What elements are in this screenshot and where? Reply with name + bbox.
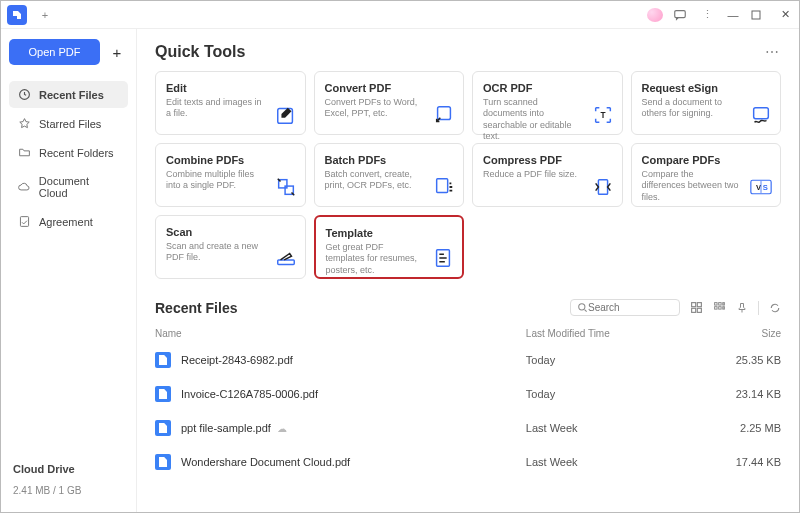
file-name: Receipt-2843-6982.pdf (181, 354, 293, 366)
chat-icon[interactable] (673, 8, 689, 22)
svg-text:T: T (600, 111, 605, 120)
new-file-button[interactable]: + (106, 41, 128, 63)
cloud-icon (17, 181, 31, 194)
sidebar-item-recent-folders[interactable]: Recent Folders (9, 139, 128, 166)
content-area: Quick Tools ⋯ Edit Edit texts and images… (137, 29, 799, 512)
svg-rect-23 (719, 303, 721, 305)
sidebar-item-label: Document Cloud (39, 175, 120, 199)
tool-desc: Combine multiple files into a single PDF… (166, 169, 264, 192)
cloud-drive-usage: 2.41 MB / 1 GB (13, 485, 124, 496)
convert-icon (433, 104, 455, 126)
template-icon (432, 247, 454, 269)
edit-icon (275, 104, 297, 126)
file-row[interactable]: Wondershare Document Cloud.pdfLast Week1… (155, 445, 781, 479)
sidebar-item-recent-files[interactable]: Recent Files (9, 81, 128, 108)
file-name: Wondershare Document Cloud.pdf (181, 456, 350, 468)
svg-rect-10 (437, 179, 448, 193)
tool-desc: Reduce a PDF file size. (483, 169, 581, 180)
tool-desc: Send a document to others for signing. (642, 97, 740, 120)
svg-rect-24 (723, 303, 725, 305)
document-icon (17, 215, 31, 228)
tool-label: Compare PDFs (642, 154, 771, 166)
sidebar-item-label: Agreement (39, 216, 93, 228)
tool-edit[interactable]: Edit Edit texts and images in a file. (155, 71, 306, 135)
file-size: 2.25 MB (721, 422, 781, 434)
svg-rect-11 (598, 180, 607, 195)
titlebar: + ⋮ — ✕ (1, 1, 799, 29)
search-icon (577, 302, 588, 313)
svg-rect-26 (719, 307, 721, 309)
tool-convert-pdf[interactable]: Convert PDF Convert PDFs to Word, Excel,… (314, 71, 465, 135)
tool-batch-pdfs[interactable]: Batch PDFs Batch convert, create, print,… (314, 143, 465, 207)
tool-label: Scan (166, 226, 295, 238)
esign-icon (750, 104, 772, 126)
pdf-file-icon (155, 454, 171, 470)
svg-rect-3 (20, 217, 28, 227)
svg-rect-27 (723, 307, 725, 309)
sidebar: Open PDF + Recent Files Starred Files Re… (1, 29, 137, 512)
file-list: Receipt-2843-6982.pdfToday25.35 KBInvoic… (155, 343, 781, 479)
tool-template[interactable]: Template Get great PDF templates for res… (314, 215, 465, 279)
col-name: Name (155, 328, 526, 339)
kebab-menu-icon[interactable]: ⋮ (699, 8, 715, 21)
tool-compare-pdfs[interactable]: Compare PDFs Compare the differences bet… (631, 143, 782, 207)
file-row[interactable]: ppt file-sample.pdf☁Last Week2.25 MB (155, 411, 781, 445)
tool-desc: Scan and create a new PDF file. (166, 241, 264, 264)
pdf-file-icon (155, 386, 171, 402)
maximize-button[interactable] (751, 10, 767, 20)
tool-desc: Batch convert, create, print, OCR PDFs, … (325, 169, 423, 192)
svg-rect-22 (715, 303, 717, 305)
search-input[interactable] (588, 302, 673, 313)
close-button[interactable]: ✕ (777, 8, 793, 21)
minimize-button[interactable]: — (725, 9, 741, 21)
svg-rect-19 (697, 303, 701, 307)
file-row[interactable]: Receipt-2843-6982.pdfToday25.35 KB (155, 343, 781, 377)
quick-tools-heading: Quick Tools (155, 43, 245, 61)
tool-desc: Convert PDFs to Word, Excel, PPT, etc. (325, 97, 423, 120)
compare-icon: VS (750, 176, 772, 198)
batch-icon (433, 176, 455, 198)
combine-icon (275, 176, 297, 198)
file-list-header: Name Last Modified Time Size (155, 324, 781, 343)
tool-label: Batch PDFs (325, 154, 454, 166)
open-pdf-button[interactable]: Open PDF (9, 39, 100, 65)
search-input-wrapper[interactable] (570, 299, 680, 316)
svg-rect-25 (715, 307, 717, 309)
tool-request-esign[interactable]: Request eSign Send a document to others … (631, 71, 782, 135)
pin-icon[interactable] (736, 302, 748, 314)
tool-ocr-pdf[interactable]: OCR PDF Turn scanned documents into sear… (472, 71, 623, 135)
file-row[interactable]: Invoice-C126A785-0006.pdfToday23.14 KB (155, 377, 781, 411)
svg-rect-21 (697, 308, 701, 312)
tool-combine-pdfs[interactable]: Combine PDFs Combine multiple files into… (155, 143, 306, 207)
cloud-sync-icon: ☁ (277, 423, 287, 434)
sidebar-item-document-cloud[interactable]: Document Cloud (9, 168, 128, 206)
file-modified: Today (526, 388, 721, 400)
sidebar-item-agreement[interactable]: Agreement (9, 208, 128, 235)
app-logo-icon (7, 5, 27, 25)
file-size: 17.44 KB (721, 456, 781, 468)
scan-icon (275, 248, 297, 270)
grid-small-view-icon[interactable] (713, 301, 726, 314)
file-modified: Last Week (526, 456, 721, 468)
quick-tools-menu-icon[interactable]: ⋯ (765, 44, 781, 60)
tool-desc: Turn scanned documents into searchable o… (483, 97, 581, 142)
tool-label: Edit (166, 82, 295, 94)
svg-rect-20 (692, 308, 696, 312)
tool-label: Request eSign (642, 82, 771, 94)
new-tab-button[interactable]: + (35, 5, 55, 25)
sidebar-item-starred-files[interactable]: Starred Files (9, 110, 128, 137)
grid-large-view-icon[interactable] (690, 301, 703, 314)
svg-rect-15 (277, 260, 294, 265)
tool-desc: Compare the differences between two file… (642, 169, 740, 203)
tool-desc: Edit texts and images in a file. (166, 97, 264, 120)
col-modified: Last Modified Time (526, 328, 721, 339)
svg-rect-7 (754, 108, 769, 119)
tool-label: Convert PDF (325, 82, 454, 94)
sidebar-item-label: Starred Files (39, 118, 101, 130)
tool-compress-pdf[interactable]: Compress PDF Reduce a PDF file size. (472, 143, 623, 207)
folder-icon (17, 146, 31, 159)
refresh-icon[interactable] (769, 302, 781, 314)
clock-icon (17, 88, 31, 101)
tool-scan[interactable]: Scan Scan and create a new PDF file. (155, 215, 306, 279)
avatar-icon[interactable] (647, 8, 663, 22)
